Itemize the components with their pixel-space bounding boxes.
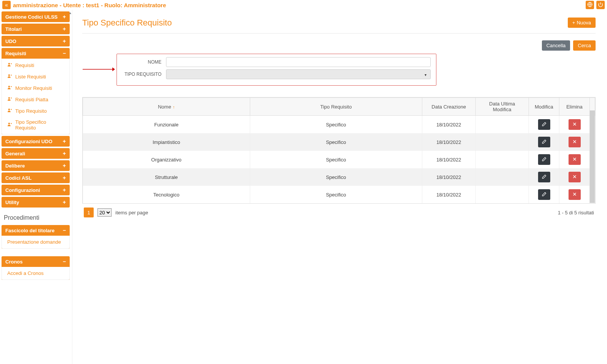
sidebar: ▴ Gestione Codici ULSS+Titolari+UDO+Requ… xyxy=(0,10,72,364)
sidebar-item[interactable]: Tipo Requisito xyxy=(2,105,69,117)
cell-delete xyxy=(559,151,590,168)
search-button-label: Cerca xyxy=(578,43,591,48)
sidebar-group: Titolari+ xyxy=(2,24,70,34)
sidebar-group-header[interactable]: Delibere+ xyxy=(2,160,70,171)
collapse-sidebar-button[interactable]: « xyxy=(2,1,11,9)
nome-input[interactable] xyxy=(166,57,431,67)
topbar: « amministrazione - Utente : test1 - Ruo… xyxy=(0,0,607,10)
cell-data-modifica xyxy=(476,116,529,134)
user-icon xyxy=(7,108,12,114)
tipo-requisito-label: TIPO REQUISITO xyxy=(122,72,166,77)
minus-icon: − xyxy=(63,227,66,233)
plus-icon: + xyxy=(63,150,66,156)
edit-button[interactable] xyxy=(538,119,550,130)
sidebar-item[interactable]: Presentazione domande xyxy=(2,236,69,247)
sidebar-group-header[interactable]: Codici ASL+ xyxy=(2,172,70,183)
page-number[interactable]: 1 xyxy=(84,208,94,217)
delete-button[interactable] xyxy=(569,154,581,165)
plus-icon: + xyxy=(63,199,66,205)
svg-point-2 xyxy=(8,74,10,76)
sidebar-group-header[interactable]: Generali+ xyxy=(2,148,70,159)
cancel-button[interactable]: Cancella xyxy=(542,40,570,51)
cell-edit xyxy=(529,133,559,151)
sidebar-group: Requisiti−RequisitiListe RequisitiMonito… xyxy=(2,48,70,134)
sidebar-group-header[interactable]: Titolari+ xyxy=(2,24,70,34)
sidebar-group-label: Delibere xyxy=(5,163,25,169)
user-icon xyxy=(7,96,12,102)
data-table: Nome↑Tipo RequisitoData CreazioneData Ul… xyxy=(83,97,595,203)
user-icon xyxy=(7,62,12,68)
data-table-wrap: Nome↑Tipo RequisitoData CreazioneData Ul… xyxy=(82,97,596,204)
sidebar-group-header[interactable]: Configurazioni UDO+ xyxy=(2,136,70,147)
sidebar-group: Generali+ xyxy=(2,148,70,159)
sidebar-item[interactable]: Monitor Requisiti xyxy=(2,82,69,94)
user-icon xyxy=(7,122,12,128)
plus-icon: + xyxy=(63,163,66,169)
scrollbar-thumb[interactable] xyxy=(590,110,595,203)
sidebar-group-header[interactable]: UDO+ xyxy=(2,36,70,46)
sidebar-group-header[interactable]: Utility+ xyxy=(2,197,70,208)
tipo-requisito-select[interactable] xyxy=(166,69,431,79)
sidebar-item[interactable]: Requisiti xyxy=(2,59,69,71)
sidebar-group-header[interactable]: Gestione Codici ULSS+ xyxy=(2,11,70,22)
svg-point-4 xyxy=(8,97,10,99)
table-row: OrganizzativoSpecifico18/10/2022 xyxy=(83,151,595,168)
close-icon xyxy=(572,157,577,163)
sidebar-group-label: Requisiti xyxy=(5,51,26,56)
delete-button[interactable] xyxy=(569,119,581,130)
search-button[interactable]: Cerca xyxy=(573,40,596,51)
sidebar-group: Fascicolo del titolare−Presentazione dom… xyxy=(2,225,70,249)
sidebar-item[interactable]: Liste Requisiti xyxy=(2,71,69,82)
column-header[interactable]: Tipo Requisito xyxy=(250,98,422,116)
table-row: ImpiantisticoSpecifico18/10/2022 xyxy=(83,133,595,151)
sidebar-item-label: Requisiti xyxy=(15,62,34,68)
sidebar-group-header[interactable]: Configurazioni+ xyxy=(2,185,70,195)
sidebar-group-label: Configurazioni xyxy=(5,187,40,193)
sidebar-item[interactable]: Requisiti Piatta xyxy=(2,94,69,105)
sidebar-item[interactable]: Tipo Specifico Requisito xyxy=(2,117,69,133)
table-scrollbar[interactable] xyxy=(589,110,595,203)
new-button[interactable]: + Nuova xyxy=(568,18,596,28)
page-size-select[interactable]: 20 xyxy=(97,208,112,217)
edit-button[interactable] xyxy=(538,154,550,165)
cell-nome: Funzionale xyxy=(83,116,250,134)
sidebar-group: Gestione Codici ULSS+ xyxy=(2,11,70,22)
sidebar-group-header[interactable]: Fascicolo del titolare− xyxy=(2,225,70,236)
edit-icon xyxy=(542,192,547,198)
edit-button[interactable] xyxy=(538,172,550,182)
svg-point-6 xyxy=(8,123,10,124)
delete-button[interactable] xyxy=(569,137,581,147)
cell-data-creazione: 18/10/2022 xyxy=(422,168,476,186)
scroll-up-icon: ▴ xyxy=(69,11,71,15)
sidebar-group-header[interactable]: Cronos− xyxy=(2,256,70,267)
chevron-down-icon xyxy=(425,72,426,77)
sidebar-item-label: Presentazione domande xyxy=(7,239,61,245)
user-icon xyxy=(7,85,12,91)
cell-delete xyxy=(559,168,590,186)
svg-point-1 xyxy=(8,63,10,64)
sidebar-item-label: Monitor Requisiti xyxy=(15,85,52,91)
cell-edit xyxy=(529,151,559,168)
sidebar-item[interactable]: Accedi a Cronos xyxy=(2,268,69,279)
close-icon xyxy=(572,192,577,198)
language-button[interactable] xyxy=(586,1,594,9)
column-header[interactable]: Data Ultima Modifica xyxy=(476,98,529,116)
nome-label: NOME xyxy=(122,59,166,65)
delete-button[interactable] xyxy=(569,189,581,200)
main-content: Tipo Specifico Requisito + Nuova Cancell… xyxy=(72,10,607,364)
logout-button[interactable] xyxy=(596,1,605,9)
column-header[interactable]: Data Creazione xyxy=(422,98,476,116)
edit-button[interactable] xyxy=(538,137,550,147)
plus-icon: + xyxy=(63,175,66,181)
sidebar-group-header[interactable]: Requisiti− xyxy=(2,48,70,59)
column-header[interactable]: Modifica xyxy=(529,98,559,116)
globe-icon xyxy=(587,2,593,8)
sort-asc-icon: ↑ xyxy=(173,105,175,109)
column-header[interactable]: Elimina xyxy=(559,98,590,116)
delete-button[interactable] xyxy=(569,172,581,182)
plus-icon: + xyxy=(63,38,66,44)
app-title: amministrazione - Utente : test1 - Ruolo… xyxy=(13,2,166,8)
column-header[interactable]: Nome↑ xyxy=(83,98,250,116)
sidebar-group: Utility+ xyxy=(2,197,70,208)
edit-button[interactable] xyxy=(538,189,550,200)
